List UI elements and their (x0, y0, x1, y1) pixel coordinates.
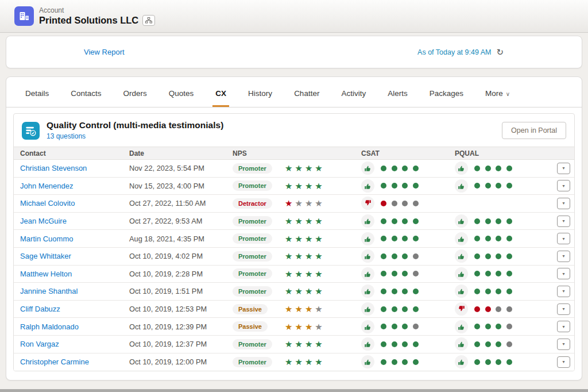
contact-link[interactable]: Christian Stevenson (20, 164, 87, 172)
rating-dots (474, 341, 512, 347)
rating-dot (402, 218, 408, 224)
tab-orders[interactable]: Orders (123, 89, 147, 107)
rating-dot (474, 359, 480, 365)
rating-dot (413, 253, 419, 259)
survey-title: Quality Control (multi-media testimonial… (47, 120, 223, 130)
rating-dots (381, 271, 419, 276)
rating-dot (474, 236, 480, 241)
row-actions-dropdown[interactable]: ▾ (557, 356, 570, 368)
row-actions-dropdown[interactable]: ▾ (557, 180, 570, 191)
row-actions-dropdown[interactable]: ▾ (557, 339, 570, 350)
rating-dot (496, 289, 501, 294)
bottom-edge-strip (0, 389, 588, 392)
tab-chatter[interactable]: Chatter (294, 89, 319, 107)
contact-link[interactable]: John Menendez (20, 182, 74, 190)
column-header-csat: CSAT (355, 149, 448, 157)
caret-down-icon: ▾ (562, 289, 564, 294)
star-icon: ★ (285, 216, 295, 226)
questions-link[interactable]: 13 questions (47, 132, 86, 140)
row-actions-dropdown[interactable]: ▾ (557, 216, 570, 227)
row-actions-dropdown[interactable]: ▾ (557, 303, 570, 315)
date-value: Oct 10, 2019, 12:39 PM (129, 322, 207, 331)
star-icon: ★ (315, 304, 324, 314)
view-report-link[interactable]: View Report (84, 48, 125, 56)
star-rating: ★★★★ (285, 217, 325, 225)
tab-more[interactable]: More∨ (485, 89, 510, 107)
contact-link[interactable]: Sage Whittaker (20, 252, 71, 260)
contact-link[interactable]: Ron Vargaz (20, 340, 59, 348)
tab-contacts[interactable]: Contacts (71, 89, 101, 107)
row-actions-dropdown[interactable]: ▾ (557, 321, 570, 332)
star-rating: ★★★★ (285, 270, 325, 278)
thumb-up-icon (361, 320, 374, 333)
caret-down-icon: ▾ (562, 341, 564, 347)
rating-dot (381, 183, 386, 189)
table-row: John MenendezNov 15, 2023, 4:00 PMPromot… (14, 178, 574, 195)
rating-dot (485, 341, 491, 347)
row-actions-dropdown[interactable]: ▾ (557, 286, 570, 297)
star-icon: ★ (315, 286, 324, 296)
contact-link[interactable]: Matthew Helton (20, 270, 72, 278)
rating-dots (381, 324, 419, 329)
star-icon: ★ (315, 234, 324, 244)
rating-dot (402, 166, 408, 171)
caret-down-icon: ▾ (562, 183, 564, 189)
refresh-icon[interactable]: ↻ (496, 48, 504, 56)
rating-dot (413, 359, 419, 365)
table-header-row: Contact Date NPS CSAT PQUAL (14, 147, 574, 160)
tab-alerts[interactable]: Alerts (388, 89, 408, 107)
star-icon: ★ (305, 216, 315, 226)
rating-dot (506, 271, 512, 276)
nps-badge: Promoter (233, 233, 272, 244)
rating-dot (381, 201, 386, 206)
star-icon: ★ (315, 339, 324, 349)
tab-activity[interactable]: Activity (341, 89, 366, 107)
rating-dots (474, 166, 512, 171)
star-rating: ★★★★ (285, 358, 325, 366)
star-rating: ★★★★ (285, 235, 325, 243)
rating-dots (474, 218, 512, 224)
account-hierarchy-button[interactable] (142, 15, 155, 26)
contact-link[interactable]: Jean McGuire (20, 217, 67, 225)
star-rating: ★★★★ (285, 252, 325, 260)
record-header: Account Printed Solutions LLC (0, 0, 588, 33)
tab-cx[interactable]: CX (215, 89, 226, 107)
contact-link[interactable]: Michael Colovito (20, 199, 75, 207)
rating-dots (381, 341, 419, 347)
rating-dot (402, 201, 408, 206)
contact-link[interactable]: Christopher Carmine (20, 358, 89, 366)
rating-dot (485, 183, 491, 189)
rating-dot (496, 306, 501, 312)
star-icon: ★ (315, 269, 324, 279)
star-icon: ★ (295, 234, 304, 244)
star-icon: ★ (285, 269, 295, 279)
thumb-up-icon (455, 179, 468, 193)
contact-link[interactable]: Jannine Shanthal (20, 287, 78, 295)
tab-details[interactable]: Details (25, 89, 49, 107)
contact-link[interactable]: Martin Cuommo (20, 235, 73, 243)
chevron-down-icon: ∨ (506, 91, 510, 97)
rating-dot (413, 166, 419, 171)
tab-quotes[interactable]: Quotes (169, 89, 194, 107)
contact-link[interactable]: Ralph Maldonado (20, 322, 79, 331)
contact-link[interactable]: Cliff Dabuzz (20, 305, 60, 313)
rating-dot (474, 253, 480, 259)
row-actions-dropdown[interactable]: ▾ (557, 163, 570, 174)
row-actions-dropdown[interactable]: ▾ (557, 198, 570, 209)
row-actions-dropdown[interactable]: ▾ (557, 268, 570, 279)
tab-history[interactable]: History (248, 89, 272, 107)
rating-dot (402, 183, 408, 189)
row-actions-dropdown[interactable]: ▾ (557, 251, 570, 262)
date-value: Nov 22, 2023, 5:54 PM (129, 164, 204, 172)
row-actions-dropdown[interactable]: ▾ (557, 233, 570, 244)
open-in-portal-button[interactable]: Open in Portal (502, 122, 566, 139)
rating-dot (392, 341, 397, 347)
rating-dot (413, 341, 419, 347)
star-icon: ★ (305, 163, 315, 173)
star-icon: ★ (305, 269, 315, 279)
table-row: Sage WhittakerOct 10, 2019, 4:02 PMPromo… (14, 248, 574, 266)
tab-packages[interactable]: Packages (430, 89, 463, 107)
star-icon: ★ (315, 251, 324, 261)
rating-dots (474, 183, 512, 189)
rating-dot (381, 253, 386, 259)
